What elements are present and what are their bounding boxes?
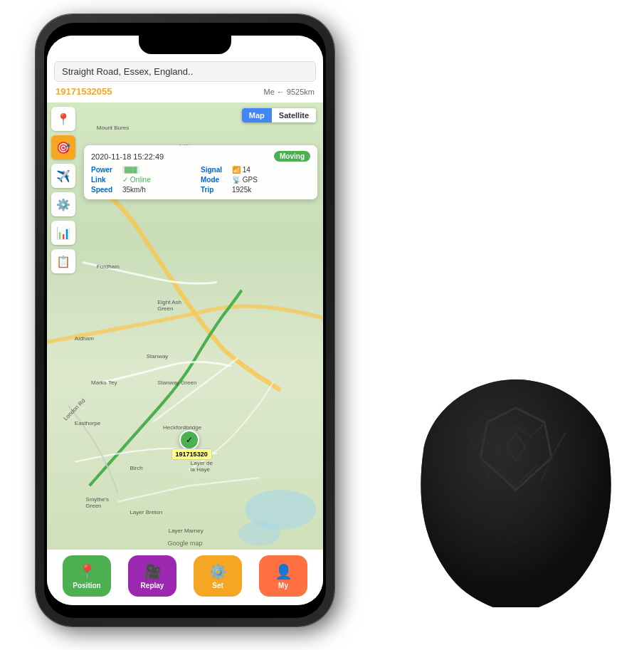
map-label-fordham: Fordham [97, 263, 120, 270]
phone: Straight Road, Essex, England.. 19171532… [36, 14, 334, 627]
replay-icon: 🎥 [144, 563, 162, 580]
map-label-stanway: Stanway [147, 353, 169, 360]
link-label: Link [91, 176, 120, 184]
distance-info: Me ← 9525km [263, 88, 315, 96]
my-icon: 👤 [275, 563, 292, 580]
trip-value: 1925k [232, 186, 251, 194]
list-sidebar-icon[interactable]: 📋 [51, 249, 75, 273]
speed-value: 35km/h [122, 186, 146, 194]
device-shape-svg [409, 372, 623, 607]
mode-value: 📡 GPS [232, 176, 258, 184]
map-label-birch: Birch [130, 465, 142, 471]
position-nav-label: Position [73, 582, 100, 589]
position-icon: 📍 [78, 563, 96, 580]
mode-label: Mode [201, 176, 229, 184]
phone-screen: Straight Road, Essex, England.. 19171532… [47, 36, 323, 605]
settings-sidebar-icon[interactable]: ⚙️ [51, 192, 75, 216]
map-label-easthorpe: Easthorpe [75, 420, 100, 426]
location-sidebar-icon[interactable]: 📍 [51, 107, 75, 131]
satellite-button[interactable]: Satellite [272, 108, 316, 122]
map-area: Mount Bures LittleHorkesley Horkesley Fo… [47, 103, 323, 550]
replay-nav-label: Replay [141, 582, 164, 589]
send-sidebar-icon[interactable]: ✈️ [51, 164, 75, 188]
set-icon: ⚙️ [209, 563, 227, 580]
set-nav-button[interactable]: ⚙️ Set [194, 555, 242, 597]
scene: Straight Road, Essex, England.. 19171532… [0, 0, 644, 650]
map-toggle: Map Satellite [242, 108, 316, 122]
address-bar: Straight Road, Essex, England.. [54, 61, 316, 82]
map-label-layer-de-la-haye: Layer dela Haye [191, 460, 213, 473]
battery-icon: ▓▓▓ [122, 166, 139, 174]
chart-sidebar-icon[interactable]: 📊 [51, 221, 75, 245]
map-label-heckfordbridge: Heckfordbridge [163, 424, 201, 431]
link-value: ✓ Online [122, 176, 151, 184]
map-label-stanway-green: Stanway Green [157, 379, 196, 386]
phone-inner: Straight Road, Essex, England.. 19171532… [44, 23, 326, 618]
popup-status: Moving [274, 151, 310, 162]
power-label: Power [91, 166, 120, 174]
map-label-eight-ash: Eight AshGreen [157, 299, 181, 312]
power-row: Power ▓▓▓ [91, 166, 201, 174]
position-nav-button[interactable]: 📍 Position [63, 555, 111, 597]
replay-nav-button[interactable]: 🎥 Replay [128, 555, 176, 597]
signal-label: Signal [201, 166, 229, 174]
popup-header: 2020-11-18 15:22:49 Moving [91, 151, 310, 162]
info-popup: 2020-11-18 15:22:49 Moving Power ▓▓▓ Sig… [84, 145, 317, 199]
bottom-nav: 📍 Position 🎥 Replay ⚙️ Set 👤 My [47, 550, 323, 605]
phone-notch [139, 36, 231, 54]
popup-datetime: 2020-11-18 15:22:49 [91, 152, 164, 161]
device-row: 19171532055 Me ← 9525km [54, 85, 316, 98]
trip-label: Trip [201, 186, 229, 194]
popup-grid: Power ▓▓▓ Signal 📶 14 Link ✓ Online [91, 166, 310, 194]
map-label-aldham: Aldham [75, 335, 94, 342]
map-label-mount-bures: Mount Bures [97, 125, 129, 131]
trip-row: Trip 1925k [201, 186, 310, 194]
signal-row: Signal 📶 14 [201, 166, 310, 174]
my-nav-label: My [278, 582, 288, 589]
map-attribution: Google map [167, 540, 202, 547]
svg-point-1 [238, 522, 281, 546]
map-sidebar: 📍 🎯 ✈️ ⚙️ 📊 📋 [51, 107, 75, 273]
my-nav-button[interactable]: 👤 My [259, 555, 307, 597]
map-label-layer-breton: Layer Breton [130, 509, 162, 515]
map-label-layer-marney: Layer Marney [169, 528, 204, 534]
mode-row: Mode 📡 GPS [201, 176, 310, 184]
map-label-marks-tey: Marks Tey [91, 379, 117, 386]
link-row: Link ✓ Online [91, 176, 201, 184]
device-label: 191715320 [171, 449, 212, 460]
device-id: 19171532055 [56, 86, 112, 97]
speed-row: Speed 35km/h [91, 186, 201, 194]
gps-device [409, 372, 623, 607]
target-sidebar-icon[interactable]: 🎯 [51, 135, 75, 159]
speed-label: Speed [91, 186, 120, 194]
signal-value: 📶 14 [232, 166, 250, 174]
map-button[interactable]: Map [242, 108, 272, 122]
set-nav-label: Set [212, 582, 223, 589]
map-label-smythes-green: Smythe'sGreen [85, 496, 109, 509]
